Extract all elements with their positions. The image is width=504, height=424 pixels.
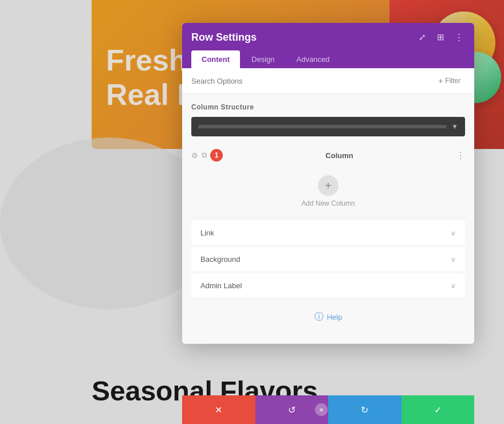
accordion-background-chevron-icon: ∨: [451, 256, 456, 264]
accordion-background: Background ∨: [191, 247, 465, 272]
panel-header: Row Settings ⤢ ⊞ ⋮ Content Design Advanc…: [182, 23, 474, 68]
panel-tabs: Content Design Advanced: [191, 50, 465, 68]
panel-header-icons: ⤢ ⊞ ⋮: [416, 31, 465, 44]
column-structure-label: Column Structure: [191, 103, 465, 111]
search-bar: + Filter: [182, 68, 474, 94]
add-column-plus-icon: +: [325, 179, 332, 193]
accordion-background-label: Background: [200, 255, 240, 264]
resize-icon[interactable]: ⤢: [416, 31, 428, 44]
accordion-admin-label-header[interactable]: Admin Label ∨: [191, 273, 465, 299]
accordion-link-chevron-icon: ∨: [451, 229, 456, 237]
search-input-wrapper[interactable]: [191, 76, 434, 86]
help-area: ⓘ Help: [191, 300, 465, 335]
tab-advanced[interactable]: Advanced: [286, 50, 340, 68]
gear-icon[interactable]: ⚙: [191, 151, 198, 160]
add-new-column-button[interactable]: +: [318, 175, 338, 196]
accordion-link: Link ∨: [191, 221, 465, 246]
action-bar-close-icon: ✕: [319, 407, 324, 413]
column-badge: 1: [210, 149, 223, 162]
add-column-area: + Add New Column: [191, 167, 465, 215]
tab-content[interactable]: Content: [191, 50, 240, 68]
copy-icon[interactable]: ⧉: [202, 151, 207, 160]
cancel-icon: ✕: [215, 405, 222, 415]
accordion-admin-label-label: Admin Label: [200, 281, 242, 290]
column-more-button[interactable]: ⋮: [456, 150, 465, 161]
save-button[interactable]: ✓: [401, 395, 475, 424]
accordion-admin-label: Admin Label ∨: [191, 273, 465, 299]
add-column-text: Add New Column: [301, 199, 355, 207]
column-bar-visual: [198, 125, 447, 128]
help-link[interactable]: Help: [327, 313, 342, 321]
filter-button[interactable]: + Filter: [434, 74, 465, 88]
search-input[interactable]: [191, 77, 434, 85]
panel-content: Column Structure ▼ ⚙ ⧉ 1 Column ⋮ +: [182, 94, 474, 344]
tab-design[interactable]: Design: [241, 50, 285, 68]
accordion-link-header[interactable]: Link ∨: [191, 221, 465, 246]
help-icon: ⓘ: [314, 311, 324, 323]
column-label: Column: [223, 151, 456, 160]
accordion-admin-label-chevron-icon: ∨: [451, 282, 456, 290]
column-row-left: ⚙ ⧉ 1: [191, 149, 223, 162]
filter-label: Filter: [445, 77, 460, 85]
redo-button[interactable]: ↻: [328, 395, 401, 424]
save-icon: ✓: [434, 405, 442, 415]
panel-title: Row Settings: [191, 32, 257, 44]
more-options-icon[interactable]: ⋮: [452, 31, 465, 44]
undo-icon: ↺: [288, 405, 296, 415]
panel-header-top: Row Settings ⤢ ⊞ ⋮: [191, 31, 465, 44]
row-settings-panel: Row Settings ⤢ ⊞ ⋮ Content Design Advanc…: [182, 23, 474, 344]
action-bar-close-button[interactable]: ✕: [315, 403, 328, 416]
column-select-arrow-icon: ▼: [451, 123, 458, 131]
panel-body: + Filter Column Structure ▼ ⚙ ⧉ 1 Column…: [182, 68, 474, 344]
column-structure-select[interactable]: ▼: [191, 117, 465, 136]
action-bar: ✕ ↺ ↻ ✓: [182, 395, 474, 424]
accordion-background-header[interactable]: Background ∨: [191, 247, 465, 272]
divider-1: [191, 218, 465, 218]
columns-icon[interactable]: ⊞: [434, 31, 447, 44]
column-row-header: ⚙ ⧉ 1 Column ⋮: [191, 146, 465, 165]
cancel-button[interactable]: ✕: [182, 395, 255, 424]
accordion-link-label: Link: [200, 229, 214, 237]
redo-icon: ↻: [361, 405, 368, 415]
filter-plus-icon: +: [438, 76, 443, 85]
